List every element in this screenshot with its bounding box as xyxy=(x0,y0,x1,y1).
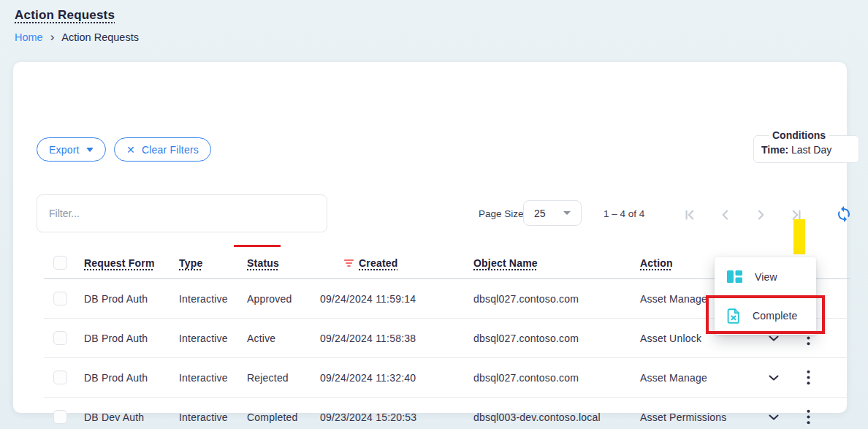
conditions-time-value: Last Day xyxy=(791,144,831,156)
conditions-panel: Conditions Time: Last Day xyxy=(753,129,859,163)
view-layout-icon xyxy=(727,270,742,283)
cell-action: Asset Manage xyxy=(635,372,754,384)
conditions-legend: Conditions xyxy=(769,129,829,141)
header-object-name[interactable]: Object Name xyxy=(473,257,538,269)
next-page-button[interactable] xyxy=(751,205,770,224)
kebab-menu-icon xyxy=(807,409,810,425)
cell-type: Interactive xyxy=(174,293,242,305)
refresh-icon xyxy=(835,205,853,223)
page-size-label: Page Size xyxy=(479,208,524,219)
cell-created: 09/23/2024 15:20:53 xyxy=(316,411,468,423)
row-checkbox[interactable] xyxy=(53,410,67,424)
caret-down-icon xyxy=(563,211,571,215)
page-title: Action Requests xyxy=(15,8,115,23)
chevron-left-icon xyxy=(716,205,735,224)
breadcrumb-current: Action Requests xyxy=(61,31,139,43)
cell-status: Active xyxy=(242,333,316,344)
cell-request-form: DB Prod Auth xyxy=(79,293,174,305)
first-page-icon xyxy=(681,205,700,224)
page-size-value: 25 xyxy=(534,208,546,219)
cell-created: 09/24/2024 11:58:38 xyxy=(316,333,468,344)
cell-status: Approved xyxy=(242,293,316,305)
cell-status: Completed xyxy=(242,411,316,423)
first-page-button[interactable] xyxy=(681,205,700,224)
cell-object-name: dbsql027.contoso.com xyxy=(468,293,635,305)
annotation-red-box xyxy=(706,295,825,334)
cell-created: 09/24/2024 11:59:14 xyxy=(316,293,468,305)
row-actions-menu-button[interactable] xyxy=(805,408,812,426)
clear-filters-button[interactable]: ✕ Clear Filters xyxy=(114,137,211,162)
cell-object-name: dbsql027.contoso.com xyxy=(468,372,635,384)
expand-row-button[interactable] xyxy=(767,373,780,382)
table-row: DB Prod Auth Interactive Rejected 09/24/… xyxy=(44,358,850,398)
caret-down-icon xyxy=(86,148,94,152)
row-actions-menu-button[interactable] xyxy=(805,368,812,387)
export-button-label: Export xyxy=(49,144,80,156)
pagination-range: 1 – 4 of 4 xyxy=(604,208,644,219)
header-created[interactable]: Created xyxy=(359,257,398,269)
header-type[interactable]: Type xyxy=(179,257,202,269)
chevron-down-icon xyxy=(769,414,779,420)
breadcrumb-home-link[interactable]: Home xyxy=(15,31,43,43)
clear-x-icon: ✕ xyxy=(126,145,135,155)
action-requests-card: Export ✕ Clear Filters Conditions Time: … xyxy=(13,62,847,413)
header-request-form[interactable]: Request Form xyxy=(84,257,155,269)
cell-object-name: dbsql003-dev.contoso.local xyxy=(468,411,635,423)
annotation-yellow-highlight xyxy=(793,219,805,254)
clear-filters-label: Clear Filters xyxy=(142,144,199,156)
expand-row-button[interactable] xyxy=(767,334,780,343)
cell-type: Interactive xyxy=(174,333,242,344)
cell-object-name: dbsql027.contoso.com xyxy=(468,333,635,344)
breadcrumb: Home › Action Requests xyxy=(15,31,139,43)
cell-request-form: DB Prod Auth xyxy=(79,333,174,344)
breadcrumb-separator-icon: › xyxy=(50,31,55,43)
select-all-checkbox[interactable] xyxy=(53,256,67,270)
export-button[interactable]: Export xyxy=(37,137,106,162)
chevron-right-icon xyxy=(751,205,770,224)
filter-input[interactable] xyxy=(37,194,327,232)
cell-created: 09/24/2024 11:32:40 xyxy=(316,372,468,384)
cell-request-form: DB Dev Auth xyxy=(79,411,174,423)
cell-type: Interactive xyxy=(174,372,242,384)
refresh-button[interactable] xyxy=(834,205,853,224)
action-requests-page: Action Requests Home › Action Requests E… xyxy=(0,0,868,429)
conditions-time-label: Time: xyxy=(761,144,788,156)
menu-item-view[interactable]: View xyxy=(715,257,816,296)
header-status[interactable]: Status xyxy=(247,257,279,269)
chevron-down-icon xyxy=(769,335,779,341)
conditions-time: Time: Last Day xyxy=(761,144,853,156)
expand-row-button[interactable] xyxy=(767,413,780,422)
cell-request-form: DB Prod Auth xyxy=(79,372,174,384)
row-checkbox[interactable] xyxy=(53,292,67,305)
table-row: DB Dev Auth Interactive Completed 09/23/… xyxy=(44,398,850,429)
row-checkbox[interactable] xyxy=(53,331,67,345)
row-checkbox[interactable] xyxy=(53,371,67,384)
filter-applied-icon xyxy=(344,259,354,267)
previous-page-button[interactable] xyxy=(716,205,735,224)
annotation-red-underline xyxy=(234,245,281,247)
cell-action: Asset Permissions xyxy=(635,411,754,423)
kebab-menu-icon xyxy=(807,370,810,385)
menu-item-label: View xyxy=(755,271,777,283)
cell-status: Rejected xyxy=(242,372,316,384)
cell-type: Interactive xyxy=(174,411,242,423)
page-size-select[interactable]: 25 xyxy=(523,200,582,226)
header-action[interactable]: Action xyxy=(640,257,673,269)
chevron-down-icon xyxy=(769,375,779,381)
